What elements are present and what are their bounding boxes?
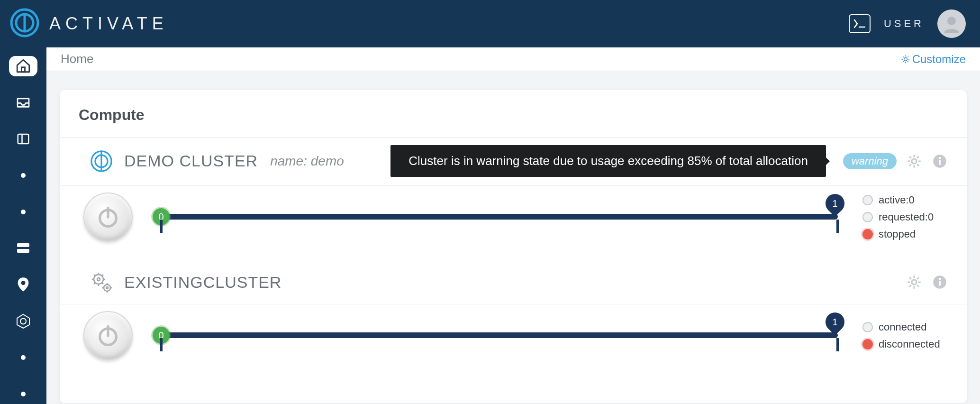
legend-label: requested:0 bbox=[879, 211, 934, 223]
terminal-button[interactable] bbox=[849, 14, 871, 33]
power-button[interactable] bbox=[83, 193, 133, 242]
svg-rect-8 bbox=[17, 249, 29, 253]
dot-icon bbox=[21, 392, 26, 396]
slider-tick bbox=[160, 338, 163, 351]
svg-rect-4 bbox=[21, 67, 25, 72]
sidebar-item-kubernetes[interactable] bbox=[9, 311, 37, 331]
slider-tick bbox=[160, 220, 163, 233]
power-button[interactable] bbox=[83, 311, 133, 360]
info-icon bbox=[933, 154, 947, 168]
slider-track bbox=[161, 332, 838, 338]
sidebar-item-dot-2[interactable] bbox=[9, 202, 37, 222]
allocation-slider[interactable]: 0 1 bbox=[148, 314, 847, 357]
legend-row: active:0 bbox=[862, 194, 948, 206]
brand-text: ACTIVATE bbox=[49, 14, 168, 34]
legend-row: disconnected bbox=[862, 338, 948, 350]
svg-rect-27 bbox=[939, 281, 941, 286]
cluster-legend: active:0 requested:0 stopped bbox=[862, 194, 948, 240]
sidebar-item-server[interactable] bbox=[9, 238, 37, 258]
gear-icon bbox=[907, 154, 921, 168]
cluster-gears-icon bbox=[88, 269, 115, 295]
svg-point-23 bbox=[104, 285, 110, 291]
breadcrumb[interactable]: Home bbox=[61, 52, 93, 66]
sidebar-item-dot-3[interactable] bbox=[9, 347, 37, 367]
legend-label: active:0 bbox=[879, 194, 915, 206]
legend-dot-icon bbox=[862, 339, 873, 349]
content-header: Home Customize bbox=[46, 47, 980, 71]
server-icon bbox=[16, 242, 30, 254]
slider-end-pin[interactable]: 1 bbox=[822, 190, 849, 217]
avatar-icon bbox=[942, 14, 961, 33]
user-avatar[interactable] bbox=[937, 9, 966, 38]
cluster-row: DEMO CLUSTER name: demo Cluster is in wa… bbox=[60, 137, 967, 261]
svg-point-9 bbox=[21, 281, 25, 285]
status-badge: warning bbox=[843, 153, 897, 169]
cluster-info-button[interactable] bbox=[932, 274, 948, 290]
svg-point-25 bbox=[912, 280, 916, 285]
legend-dot-icon bbox=[862, 195, 873, 205]
legend-row: connected bbox=[862, 321, 948, 333]
svg-point-28 bbox=[939, 278, 941, 280]
slider-tick bbox=[836, 220, 839, 233]
customize-link[interactable]: Customize bbox=[901, 53, 966, 66]
legend-row: stopped bbox=[862, 228, 948, 240]
terminal-icon bbox=[853, 19, 866, 28]
top-bar: ACTIVATE USER bbox=[0, 0, 980, 47]
cluster-body: 0 1 connected disconnected bbox=[60, 304, 967, 379]
panel-icon bbox=[16, 132, 30, 146]
power-icon bbox=[96, 323, 120, 348]
svg-point-18 bbox=[939, 156, 941, 159]
svg-point-15 bbox=[912, 159, 916, 164]
slider-track bbox=[161, 214, 838, 220]
svg-point-24 bbox=[106, 287, 108, 289]
brand: ACTIVATE bbox=[9, 8, 168, 40]
home-icon bbox=[15, 58, 31, 74]
warning-tooltip: Cluster is in warning state due to usage… bbox=[390, 145, 826, 177]
cluster-settings-button[interactable] bbox=[906, 274, 922, 290]
legend-row: requested:0 bbox=[862, 211, 948, 223]
cluster-row: EXISTINGCLUSTER bbox=[60, 261, 967, 379]
cluster-settings-button[interactable] bbox=[906, 153, 922, 169]
cluster-subtitle: name: demo bbox=[270, 154, 344, 169]
helm-icon bbox=[16, 313, 31, 329]
cluster-body: 0 1 active:0 requested:0 stopped bbox=[60, 185, 967, 261]
sidebar-item-dot-1[interactable] bbox=[9, 165, 37, 185]
cluster-header: EXISTINGCLUSTER bbox=[60, 261, 967, 304]
power-icon bbox=[96, 205, 120, 230]
sidebar bbox=[0, 47, 46, 404]
cluster-title: EXISTINGCLUSTER bbox=[124, 273, 281, 292]
sidebar-item-home[interactable] bbox=[9, 56, 37, 76]
legend-dot-icon bbox=[862, 212, 873, 222]
svg-point-12 bbox=[904, 57, 907, 61]
dot-icon bbox=[21, 355, 26, 360]
legend-label: connected bbox=[879, 321, 927, 333]
location-icon bbox=[17, 276, 30, 293]
gear-icon bbox=[901, 55, 910, 64]
customize-label: Customize bbox=[912, 53, 966, 66]
gear-icon bbox=[907, 275, 921, 289]
cluster-title: DEMO CLUSTER bbox=[124, 152, 258, 170]
legend-dot-icon bbox=[862, 322, 873, 332]
user-label: USER bbox=[884, 18, 924, 30]
sidebar-item-inbox[interactable] bbox=[9, 92, 37, 113]
compute-card: Compute DEMO CLUSTER name: demo Cluster … bbox=[60, 90, 967, 403]
svg-rect-17 bbox=[939, 160, 941, 165]
slider-end-value: 1 bbox=[832, 317, 837, 328]
legend-label: disconnected bbox=[879, 338, 940, 350]
svg-point-11 bbox=[20, 318, 26, 324]
legend-label: stopped bbox=[879, 228, 916, 240]
cluster-legend: connected disconnected bbox=[862, 321, 948, 350]
svg-marker-10 bbox=[17, 314, 29, 328]
svg-point-22 bbox=[97, 278, 100, 281]
dot-icon bbox=[21, 173, 26, 178]
slider-tick bbox=[836, 338, 839, 351]
brand-logo-icon bbox=[9, 8, 40, 40]
cluster-logo-icon bbox=[88, 148, 115, 174]
allocation-slider[interactable]: 0 1 bbox=[148, 196, 847, 239]
slider-end-pin[interactable]: 1 bbox=[822, 309, 849, 336]
sidebar-item-location[interactable] bbox=[9, 275, 37, 295]
sidebar-item-dot-4[interactable] bbox=[9, 384, 37, 404]
cluster-info-button[interactable] bbox=[932, 153, 948, 169]
content: Home Customize Compute DEMO CLUSTER bbox=[46, 47, 980, 404]
sidebar-item-panel[interactable] bbox=[9, 129, 37, 149]
